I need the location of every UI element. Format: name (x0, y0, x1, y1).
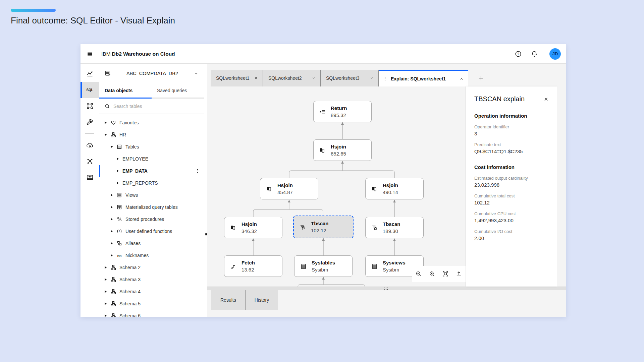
tab-close-icon[interactable] (311, 75, 316, 81)
tree-item-favorites[interactable]: Favorites (99, 117, 204, 129)
worksheet-tabbar: SQLworksheet1SQLworksheet2SQLworksheet3E… (207, 64, 566, 86)
caret-right-icon (110, 205, 113, 209)
new-tab-button[interactable] (473, 70, 489, 86)
tree-item-hr[interactable]: HR (99, 129, 204, 141)
node-text: Fetch13.62 (241, 259, 255, 273)
horizontal-splitter[interactable] (207, 287, 566, 290)
node-value: 13.62 (241, 266, 255, 273)
bell-icon (531, 51, 538, 57)
tree-item-emp-reports[interactable]: EMP_REPORTS (99, 177, 204, 189)
explain-panel-title: TBSCAN explain (474, 95, 543, 103)
tree-item-label: Schema 6 (119, 313, 200, 317)
export-icon (456, 271, 462, 277)
tree-item-schema-6[interactable]: Schema 6 (99, 310, 204, 317)
hamburger-icon (87, 51, 93, 57)
tab-overflow-icon[interactable] (382, 76, 388, 82)
tree-item-user-defined-functions[interactable]: fUser defined functions (99, 225, 204, 237)
zoom-toolbar (412, 266, 466, 282)
schema-2-icon (110, 265, 116, 270)
field-value-cumulative-cpu-cost: 1,492,993,423.00 (474, 218, 549, 223)
zoom-out-button[interactable] (412, 266, 425, 282)
bottom-tab-history[interactable]: History (246, 290, 278, 310)
tree-item-employee[interactable]: EMPLOYEE (99, 153, 204, 165)
tab-close-icon[interactable] (459, 76, 464, 81)
worksheet-tab-sqlworksheet2[interactable]: SQLworksheet2 (263, 70, 321, 86)
rail-item-network[interactable] (80, 153, 99, 169)
diagram-node-fetch[interactable]: Fetch13.62 (224, 255, 282, 277)
help-icon: ? (515, 51, 522, 57)
rail-item-tools[interactable] (80, 114, 99, 130)
diagram-node-hsjoin-652[interactable]: Hsjoin652.65 (313, 139, 372, 161)
diagram-node-return[interactable]: Return895.32 (313, 101, 372, 122)
caret-right-icon (116, 181, 119, 185)
node-value: 454.87 (277, 189, 293, 196)
rail-item-cloud-services[interactable] (80, 137, 99, 153)
field-label-cumulative-i-o-cost: Cumulative I/O cost (474, 229, 549, 234)
diagram-node-systables[interactable]: SystablesSysibm (294, 255, 353, 277)
worksheet-tab-explain-sqlworksheet1[interactable]: Explain: SQLworksheet1 (379, 70, 468, 86)
nicknames-icon: Nn (116, 253, 122, 258)
tab-label: SQLworksheet3 (326, 75, 366, 81)
tree-item-aliases[interactable]: Aliases (99, 237, 204, 249)
close-icon (543, 97, 549, 102)
zoom-in-button[interactable] (425, 266, 439, 282)
rail-item-data-flow[interactable] (80, 98, 99, 114)
tree-item-nicknames[interactable]: NnNicknames (99, 249, 204, 261)
notifications-button[interactable] (526, 44, 542, 64)
export-button[interactable] (452, 266, 466, 282)
worksheet-tab-sqlworksheet1[interactable]: SQLworksheet1 (211, 70, 263, 86)
field-label-cumulative-cpu-cost: Cumulative CPU cost (474, 211, 549, 216)
sidebar-tab-data-objects[interactable]: Data objects (99, 83, 152, 99)
diagram-node-hsjoin-490[interactable]: Hsjoin490.14 (365, 178, 424, 199)
worksheet-tab-sqlworksheet3[interactable]: SQLworksheet3 (321, 70, 379, 86)
tree-item-schema-2[interactable]: Schema 2 (99, 261, 204, 274)
field-value-estimated-output-cardinality: 23,023.998 (474, 182, 549, 188)
vertical-splitter[interactable] (204, 64, 207, 317)
diagram-node-tbscan-102[interactable]: Tbscan102.12 (293, 216, 354, 238)
menu-button[interactable] (80, 44, 99, 64)
user-defined-functions-icon: f (116, 229, 122, 234)
tree-item-schema-5[interactable]: Schema 5 (99, 298, 204, 310)
rail-item-analytics[interactable] (80, 66, 99, 82)
tab-close-icon[interactable] (253, 75, 259, 81)
node-text: Hsjoin346.32 (241, 221, 257, 235)
panel-close-button[interactable] (543, 96, 549, 103)
tree-item-stored-procedures[interactable]: Stored procedures (99, 213, 204, 225)
fetch-icon (230, 263, 236, 269)
svg-text:f: f (119, 230, 120, 233)
tree-item-schema-4[interactable]: Schema 4 (99, 286, 204, 298)
fit-to-screen-button[interactable] (439, 266, 452, 282)
search-input[interactable] (113, 104, 199, 109)
sql-icon: SQL (87, 88, 93, 92)
return-icon (319, 109, 326, 115)
rail-item-virtual-machine[interactable] (80, 169, 99, 185)
diagram-node-tbscan-189[interactable]: Tbscan189.30 (365, 217, 424, 238)
tbscan-102-icon (299, 224, 306, 230)
tree-item-emp-data[interactable]: EMP_DATA (99, 165, 204, 177)
tab-label: Explain: SQLworksheet1 (391, 76, 456, 81)
tree-item-views[interactable]: Views (99, 189, 204, 201)
caret-down-icon (104, 133, 107, 136)
svg-text:?: ? (517, 52, 519, 56)
aliases-icon (116, 241, 122, 246)
network-icon (87, 158, 93, 165)
tree-item-schema-3[interactable]: Schema 3 (99, 274, 204, 286)
help-button[interactable]: ? (510, 44, 526, 64)
tree-item-tables[interactable]: Tables (99, 141, 204, 153)
tab-close-icon[interactable] (369, 75, 374, 81)
avatar[interactable]: JD (549, 48, 561, 60)
rail-item-sql[interactable]: SQL (80, 82, 99, 98)
field-value-cumulative-total-cost: 102.12 (474, 200, 549, 205)
bottom-tab-results[interactable]: Results (211, 290, 246, 310)
zoom-out-icon (416, 271, 422, 277)
diagram-node-hsjoin-346[interactable]: Hsjoin346.32 (224, 217, 282, 238)
sidebar-tab-saved-queries[interactable]: Saved queries (152, 83, 204, 99)
hr-icon (110, 132, 116, 137)
node-value: 189.30 (383, 228, 400, 235)
caret-right-icon (104, 290, 107, 293)
node-value: 895.32 (331, 112, 347, 119)
overflow-menu-icon[interactable] (195, 169, 200, 173)
database-selector[interactable]: ABC_COMPDATA_DB2 (99, 64, 204, 83)
diagram-node-hsjoin-454[interactable]: Hsjoin454.87 (260, 178, 318, 199)
tree-item-materialized-query-tables[interactable]: Materialized query tables (99, 201, 204, 213)
